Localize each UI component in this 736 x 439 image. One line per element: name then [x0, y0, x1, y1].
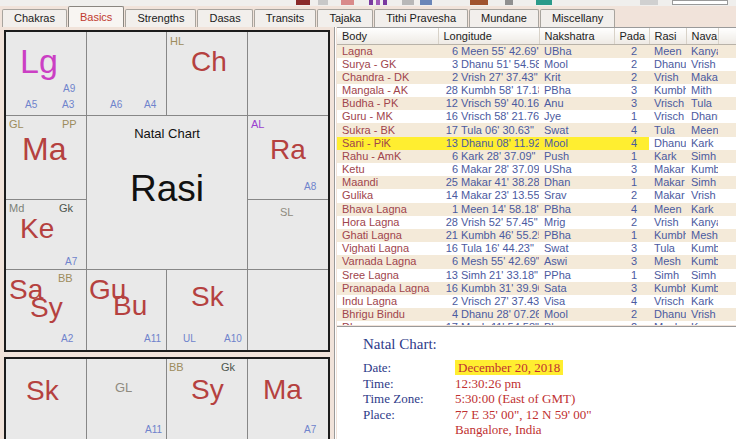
- cell[interactable]: 2: [614, 71, 649, 84]
- toolbar-icon-fragment[interactable]: [505, 0, 513, 5]
- cell[interactable]: 1: [614, 150, 649, 163]
- cell[interactable]: Makar: [649, 189, 686, 202]
- toolbar-icon-fragment[interactable]: [470, 0, 488, 5]
- cell[interactable]: 2: [614, 321, 649, 325]
- cell[interactable]: Mesh: [686, 229, 718, 242]
- toolbar-icon-fragment[interactable]: [341, 0, 354, 5]
- cell[interactable]: 1: [614, 229, 649, 242]
- cell[interactable]: [718, 255, 736, 268]
- table-row-varnada-lagna[interactable]: Varnada Lagna6Mesh 55' 42.69"Aswi3MeshKu…: [337, 255, 736, 268]
- cell[interactable]: Simh: [649, 269, 686, 282]
- cell[interactable]: Aswi: [539, 255, 614, 268]
- cell[interactable]: Meen: [686, 123, 718, 136]
- cell[interactable]: [718, 137, 736, 150]
- cell[interactable]: Budha - PK: [337, 97, 438, 110]
- cell[interactable]: 3: [614, 84, 649, 97]
- table-row-budha-pk[interactable]: Budha - PK12Vrisch 59' 40.16"Anu3VrischT…: [337, 97, 736, 110]
- tab-strengths[interactable]: Strengths: [125, 9, 196, 27]
- tab-chakras[interactable]: Chakras: [2, 9, 67, 27]
- cell[interactable]: PBha: [539, 84, 614, 97]
- table-row-mangala-ak[interactable]: Mangala - AK28Kumbh 58' 17.18"PBha3Kumbh…: [337, 84, 736, 97]
- toolbar-icon-fragment[interactable]: [369, 0, 373, 5]
- cell[interactable]: Meen: [649, 203, 686, 216]
- cell[interactable]: 13Dhanu 08' 11.92": [438, 137, 539, 150]
- cell[interactable]: Kumbh: [686, 163, 718, 176]
- tab-dasas[interactable]: Dasas: [197, 9, 252, 27]
- cell[interactable]: 3: [614, 97, 649, 110]
- cell[interactable]: Srav: [539, 189, 614, 202]
- cell[interactable]: Kark: [649, 150, 686, 163]
- cell[interactable]: 16Vrisch 58' 21.76": [438, 110, 539, 123]
- cell[interactable]: Krit: [539, 71, 614, 84]
- cell[interactable]: 2: [614, 216, 649, 229]
- cell[interactable]: Hora Lagna: [337, 216, 438, 229]
- cell[interactable]: Visa: [539, 295, 614, 308]
- toolbar-icon-fragment[interactable]: [376, 0, 380, 5]
- tab-tajaka[interactable]: Tajaka: [317, 9, 373, 27]
- cell[interactable]: 28Vrish 52' 57.45": [438, 216, 539, 229]
- cell[interactable]: Swat: [539, 242, 614, 255]
- cell[interactable]: Kanya: [686, 44, 718, 58]
- cell[interactable]: 25Makar 41' 38.28": [438, 176, 539, 189]
- cell[interactable]: 2: [614, 44, 649, 58]
- cell[interactable]: Dhuma: [337, 321, 438, 325]
- cell[interactable]: Vrish: [649, 71, 686, 84]
- cell[interactable]: [718, 321, 736, 325]
- cell[interactable]: 17Mesh 11' 54.58": [438, 321, 539, 325]
- cell[interactable]: 3: [614, 163, 649, 176]
- cell[interactable]: PBha: [539, 203, 614, 216]
- cell[interactable]: Surya - GK: [337, 58, 438, 71]
- cell[interactable]: Kumbh: [649, 229, 686, 242]
- cell[interactable]: [718, 189, 736, 202]
- cell[interactable]: [718, 71, 736, 84]
- cell[interactable]: Indu Lagna: [337, 295, 438, 308]
- cell[interactable]: USha: [539, 163, 614, 176]
- column-header-nava[interactable]: Nava...: [686, 28, 718, 44]
- cell[interactable]: Mith: [686, 84, 718, 97]
- cell[interactable]: Tula: [649, 242, 686, 255]
- toolbar-icon-fragment[interactable]: [318, 0, 328, 5]
- cell[interactable]: Vrish: [686, 189, 718, 202]
- cell[interactable]: Kumbh: [686, 282, 718, 295]
- cell[interactable]: Vrisch: [649, 295, 686, 308]
- cell[interactable]: Makar: [649, 163, 686, 176]
- cell[interactable]: Chandra - DK: [337, 71, 438, 84]
- table-row-bhrigu-bindu[interactable]: Bhrigu Bindu4Dhanu 28' 07.26"Mool2DhanuV…: [337, 308, 736, 321]
- cell[interactable]: Dhanu: [686, 110, 718, 123]
- table-row-rahu-amk[interactable]: Rahu - AmK6Kark 28' 37.09"Push1KarkSimh: [337, 150, 736, 163]
- toolbar-icon-fragment[interactable]: [383, 0, 387, 5]
- cell[interactable]: Lagna: [337, 44, 438, 58]
- cell[interactable]: 2Vrish 27' 37.43": [438, 71, 539, 84]
- cell[interactable]: Dhanu: [649, 58, 686, 71]
- cell[interactable]: Mool: [539, 137, 614, 150]
- cell[interactable]: 2Vrisch 27' 37.43": [438, 295, 539, 308]
- cell[interactable]: Ghati Lagna: [337, 229, 438, 242]
- cell[interactable]: Kumbh: [649, 282, 686, 295]
- cell[interactable]: 4Dhanu 28' 07.26": [438, 308, 539, 321]
- cell[interactable]: 2: [614, 308, 649, 321]
- cell[interactable]: [718, 242, 736, 255]
- tab-miscellany[interactable]: Miscellany: [540, 9, 615, 27]
- cell[interactable]: 17Tula 06' 30.63": [438, 123, 539, 136]
- table-row-vighati-lagna[interactable]: Vighati Lagna16Tula 16' 44.23"Swat3TulaK…: [337, 242, 736, 255]
- cell[interactable]: Kark: [686, 295, 718, 308]
- cell[interactable]: Mrig: [539, 216, 614, 229]
- cell[interactable]: [718, 58, 736, 71]
- cell[interactable]: 6Makar 28' 37.09": [438, 163, 539, 176]
- cell[interactable]: Kark: [686, 137, 718, 150]
- table-row-hora-lagna[interactable]: Hora Lagna28Vrish 52' 57.45"Mrig2VrishKa…: [337, 216, 736, 229]
- cell[interactable]: 4: [614, 137, 649, 150]
- cell[interactable]: Makar: [649, 176, 686, 189]
- cell[interactable]: 1: [614, 110, 649, 123]
- cell[interactable]: [718, 282, 736, 295]
- cell[interactable]: Varnada Lagna: [337, 255, 438, 268]
- cell[interactable]: Sani - PiK: [337, 137, 438, 150]
- cell[interactable]: Kark: [686, 203, 718, 216]
- table-row-guru-mk[interactable]: Guru - MK16Vrisch 58' 21.76"Jye1VrischDh…: [337, 110, 736, 123]
- cell[interactable]: Sree Lagna: [337, 269, 438, 282]
- tab-basics[interactable]: Basics: [68, 6, 124, 27]
- cell[interactable]: Jye: [539, 110, 614, 123]
- table-row-sani-pik[interactable]: Sani - PiK13Dhanu 08' 11.92"Mool4DhanuKa…: [337, 137, 736, 150]
- cell[interactable]: Vighati Lagna: [337, 242, 438, 255]
- tab-mundane[interactable]: Mundane: [469, 9, 539, 27]
